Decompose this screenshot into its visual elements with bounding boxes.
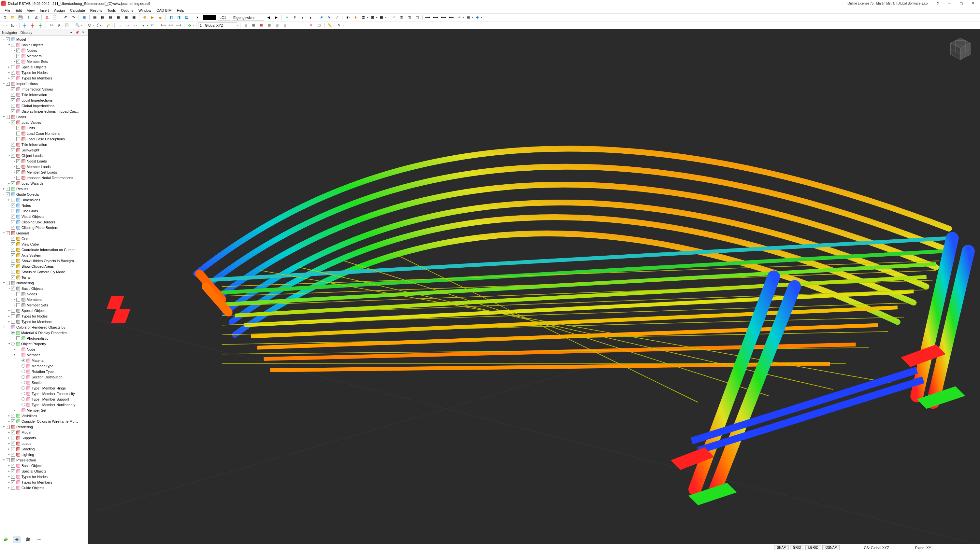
tree-item[interactable]: Status of Camera Fly Mode bbox=[0, 269, 88, 275]
view-cube[interactable] bbox=[947, 36, 974, 62]
tree-item[interactable]: ▸Guide Objects bbox=[0, 485, 88, 491]
tree-item[interactable]: Line Grids bbox=[0, 208, 88, 214]
checkbox[interactable] bbox=[11, 43, 15, 47]
tree-item[interactable]: ▸Types for Nodes bbox=[0, 474, 88, 480]
expand-icon[interactable]: ▸ bbox=[7, 453, 11, 456]
checkbox[interactable] bbox=[11, 441, 15, 446]
window-help-button[interactable]: ? bbox=[932, 0, 943, 7]
collapse-icon[interactable]: ▾ bbox=[2, 115, 6, 119]
tb1-dim-4[interactable]: ⟷ bbox=[448, 14, 455, 21]
tb1-grid-1[interactable]: ⊞ bbox=[369, 14, 376, 21]
tree-item[interactable]: Type | Member Eccentricity bbox=[0, 391, 88, 396]
tree-item[interactable]: Terrain bbox=[0, 275, 88, 280]
collapse-icon[interactable]: ▾ bbox=[2, 192, 6, 196]
tree-item[interactable]: ▸Lighting bbox=[0, 452, 88, 457]
checkbox[interactable] bbox=[16, 126, 20, 130]
checkbox[interactable] bbox=[6, 231, 10, 235]
tree-item[interactable]: ▾Guide Objects bbox=[0, 192, 88, 197]
tree-item[interactable]: ▾Numbering bbox=[0, 280, 88, 286]
tb2-dim-b[interactable]: ⟷ bbox=[167, 22, 175, 29]
tb2-sel-1[interactable]: ▭ bbox=[1, 22, 8, 29]
checkbox[interactable] bbox=[16, 176, 20, 180]
checkbox[interactable] bbox=[11, 242, 15, 246]
tree-item[interactable]: Type | Member Hinge bbox=[0, 385, 88, 391]
tree-item[interactable]: Visual Objects bbox=[0, 214, 88, 219]
tree-item[interactable]: ▾Imperfections bbox=[0, 81, 88, 86]
tb2-grp-5[interactable]: ⊞ bbox=[274, 22, 280, 29]
checkbox[interactable] bbox=[16, 292, 20, 296]
tb2-shape-2[interactable]: ◯ bbox=[95, 22, 102, 29]
checkbox[interactable] bbox=[11, 214, 15, 219]
status-lgrid-toggle[interactable]: LGRID bbox=[805, 545, 821, 550]
tb2-grp-3[interactable]: ⊞ bbox=[258, 22, 265, 29]
radio[interactable] bbox=[22, 386, 25, 390]
bg-color-swatch[interactable] bbox=[203, 15, 216, 20]
checkbox[interactable] bbox=[6, 37, 10, 41]
tb1-tables-4[interactable]: ▦ bbox=[115, 14, 122, 21]
collapse-icon[interactable]: ▾ bbox=[7, 154, 11, 157]
expand-icon[interactable]: ▸ bbox=[7, 486, 11, 489]
tree-item[interactable]: ▸Special Objects bbox=[0, 468, 88, 474]
checkbox[interactable] bbox=[11, 220, 15, 224]
tree-item[interactable]: ▸Member Loads bbox=[0, 164, 88, 169]
window-minimize-button[interactable]: ─ bbox=[943, 0, 955, 7]
tb1-view-3[interactable]: ⤢ bbox=[333, 14, 340, 21]
tree-item[interactable]: ▸Results bbox=[0, 186, 88, 192]
collapse-icon[interactable]: ▾ bbox=[2, 425, 6, 429]
tree-item[interactable]: ▸Shading bbox=[0, 446, 88, 452]
results-view-1[interactable]: ◧ bbox=[167, 14, 175, 21]
tree-item[interactable]: ▸Types for Members bbox=[0, 319, 88, 324]
nav-tab-results[interactable]: 〰 bbox=[35, 536, 43, 543]
radio[interactable] bbox=[22, 364, 25, 368]
expand-icon[interactable]: ▸ bbox=[13, 298, 16, 301]
checkbox[interactable] bbox=[6, 115, 10, 119]
expand-icon[interactable]: ▸ bbox=[13, 54, 16, 58]
radio[interactable] bbox=[22, 381, 25, 384]
checkbox[interactable] bbox=[11, 71, 15, 75]
menu-help[interactable]: Help bbox=[174, 7, 187, 13]
menu-window[interactable]: Window bbox=[136, 7, 154, 13]
tb1-misc-2[interactable]: ⎘ bbox=[291, 14, 298, 21]
expand-icon[interactable]: ▸ bbox=[7, 464, 11, 467]
tree-item[interactable]: Show Hidden Objects in Backgro… bbox=[0, 258, 88, 264]
tb1-tables-5[interactable]: ▦ bbox=[123, 14, 130, 21]
tree-item[interactable]: Grid bbox=[0, 236, 88, 241]
collapse-icon[interactable]: ▾ bbox=[2, 281, 6, 284]
tree-item[interactable]: Section bbox=[0, 380, 88, 385]
tree-item[interactable]: ▸Types for Members bbox=[0, 75, 88, 81]
new-file-button[interactable]: 🗋 bbox=[1, 14, 8, 21]
checkbox[interactable] bbox=[11, 469, 15, 473]
tb1-box-2[interactable]: ◫ bbox=[406, 14, 413, 21]
menu-assign[interactable]: Assign bbox=[51, 7, 67, 13]
export-button[interactable]: ⬇ bbox=[25, 14, 32, 21]
tree-item[interactable]: ▾Object Property bbox=[0, 341, 88, 346]
tree-item[interactable]: ▾Model bbox=[0, 37, 88, 42]
calculate-button[interactable]: ⚙ bbox=[141, 14, 148, 21]
tree-item[interactable]: ▸Visibilities bbox=[0, 413, 88, 418]
collapse-icon[interactable]: ▾ bbox=[2, 326, 6, 329]
tb1-dim-3[interactable]: ⟷ bbox=[440, 14, 447, 21]
tree-item[interactable]: Clipping Plane Borders bbox=[0, 225, 88, 230]
coordinate-system-dropdown[interactable] bbox=[198, 22, 237, 29]
collapse-icon[interactable]: ▾ bbox=[7, 287, 11, 290]
expand-icon[interactable]: ▸ bbox=[7, 469, 11, 473]
tree-item[interactable]: ▸Nodes bbox=[0, 48, 88, 53]
window-maximize-button[interactable]: ▢ bbox=[955, 0, 967, 7]
tree-item[interactable]: Title Information bbox=[0, 142, 88, 147]
checkbox[interactable] bbox=[11, 464, 15, 468]
tree-item[interactable]: ▸Member Sets bbox=[0, 59, 88, 64]
expand-icon[interactable]: ▸ bbox=[7, 447, 11, 451]
tree-item[interactable]: Section Distribution bbox=[0, 374, 88, 380]
menu-insert[interactable]: Insert bbox=[37, 7, 51, 13]
tree-item[interactable]: ▸Nodal Loads bbox=[0, 158, 88, 164]
tb2-pencil[interactable]: ✎ bbox=[335, 22, 342, 29]
tb2-box[interactable]: ▢ bbox=[315, 22, 323, 29]
tb1-view-1[interactable]: ⬈ bbox=[318, 14, 325, 21]
tb2-find[interactable]: 🔍 bbox=[74, 22, 81, 29]
expand-icon[interactable]: ▸ bbox=[7, 480, 11, 484]
checkbox[interactable] bbox=[16, 132, 20, 135]
tree-item[interactable]: Notes bbox=[0, 203, 88, 208]
tb2-dim-c[interactable]: ⟷ bbox=[175, 22, 183, 29]
radio[interactable] bbox=[11, 342, 15, 346]
radio[interactable] bbox=[22, 397, 25, 401]
